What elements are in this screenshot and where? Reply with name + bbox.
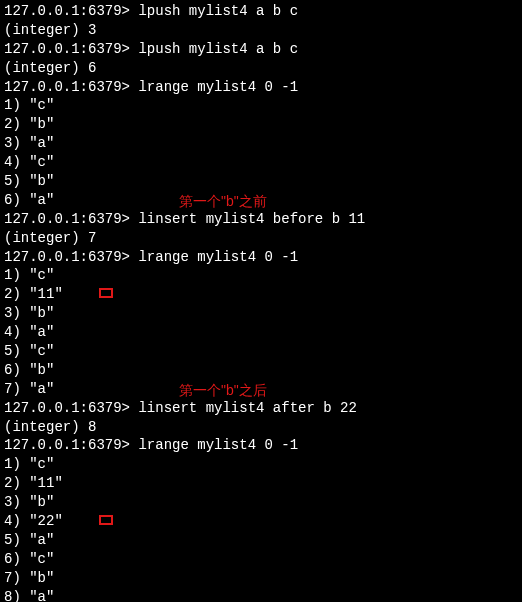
list-value: "b"	[29, 116, 54, 132]
list-item: 2) "11"	[4, 474, 518, 493]
list-item: 2) "11"	[4, 285, 518, 304]
command-response: (integer) 8	[4, 419, 96, 435]
list-index: 3)	[4, 135, 29, 151]
list-index: 2)	[4, 116, 29, 132]
list-value: "11"	[29, 475, 63, 491]
list-value: "11"	[29, 286, 63, 302]
list-index: 4)	[4, 154, 29, 170]
list-index: 1)	[4, 267, 29, 283]
list-index: 1)	[4, 97, 29, 113]
list-item: 3) "b"	[4, 493, 518, 512]
annotation-label: 第一个"b"之后	[179, 381, 267, 400]
shell-command[interactable]: linsert mylist4 after b 22	[138, 400, 356, 416]
list-index: 2)	[4, 475, 29, 491]
list-value: "a"	[29, 135, 54, 151]
shell-command[interactable]: linsert mylist4 before b 11	[138, 211, 365, 227]
list-value: "a"	[29, 589, 54, 602]
list-index: 7)	[4, 570, 29, 586]
list-value: "b"	[29, 494, 54, 510]
shell-prompt: 127.0.0.1:6379>	[4, 79, 138, 95]
list-value: "b"	[29, 362, 54, 378]
list-item: 4) "22"	[4, 512, 518, 531]
list-value: "b"	[29, 570, 54, 586]
list-value: "b"	[29, 173, 54, 189]
list-index: 4)	[4, 513, 29, 529]
list-index: 6)	[4, 362, 29, 378]
list-index: 2)	[4, 286, 29, 302]
list-value: "c"	[29, 551, 54, 567]
shell-prompt: 127.0.0.1:6379>	[4, 437, 138, 453]
list-value: "a"	[29, 324, 54, 340]
shell-command[interactable]: lrange mylist4 0 -1	[138, 79, 298, 95]
shell-prompt: 127.0.0.1:6379>	[4, 3, 138, 19]
list-index: 6)	[4, 551, 29, 567]
list-value: "c"	[29, 154, 54, 170]
list-value: "c"	[29, 267, 54, 283]
list-index: 5)	[4, 343, 29, 359]
list-value: "b"	[29, 305, 54, 321]
shell-command[interactable]: lrange mylist4 0 -1	[138, 249, 298, 265]
list-index: 7)	[4, 381, 29, 397]
list-item: 2) "b"	[4, 115, 518, 134]
list-value: "a"	[29, 381, 54, 397]
command-response: (integer) 3	[4, 22, 96, 38]
list-index: 6)	[4, 192, 29, 208]
list-index: 5)	[4, 173, 29, 189]
list-index: 1)	[4, 456, 29, 472]
list-item: 1) "c"	[4, 96, 518, 115]
list-item: 7) "b"	[4, 569, 518, 588]
list-value: "c"	[29, 343, 54, 359]
shell-prompt: 127.0.0.1:6379>	[4, 211, 138, 227]
list-index: 5)	[4, 532, 29, 548]
list-item: 8) "a"	[4, 588, 518, 602]
list-value: "a"	[29, 192, 54, 208]
highlight-marker-icon	[99, 515, 113, 525]
command-response: (integer) 6	[4, 60, 96, 76]
list-index: 8)	[4, 589, 29, 602]
list-item: 5) "c"	[4, 342, 518, 361]
highlight-marker-icon	[99, 288, 113, 298]
list-item: 3) "b"	[4, 304, 518, 323]
terminal-output: 127.0.0.1:6379> lpush mylist4 a b c(inte…	[4, 2, 518, 602]
list-item: 6) "c"	[4, 550, 518, 569]
command-response: (integer) 7	[4, 230, 96, 246]
list-item: 4) "c"	[4, 153, 518, 172]
list-item: 6) "b"	[4, 361, 518, 380]
shell-command[interactable]: lrange mylist4 0 -1	[138, 437, 298, 453]
list-value: "c"	[29, 97, 54, 113]
list-index: 4)	[4, 324, 29, 340]
shell-prompt: 127.0.0.1:6379>	[4, 249, 138, 265]
shell-command[interactable]: lpush mylist4 a b c	[138, 41, 298, 57]
list-item: 1) "c"	[4, 266, 518, 285]
shell-prompt: 127.0.0.1:6379>	[4, 400, 138, 416]
list-value: "22"	[29, 513, 63, 529]
list-item: 1) "c"	[4, 455, 518, 474]
list-item: 4) "a"	[4, 323, 518, 342]
list-item: 5) "b"	[4, 172, 518, 191]
shell-command[interactable]: lpush mylist4 a b c	[138, 3, 298, 19]
list-value: "a"	[29, 532, 54, 548]
list-item: 3) "a"	[4, 134, 518, 153]
annotation-label: 第一个"b"之前	[179, 192, 267, 211]
list-index: 3)	[4, 494, 29, 510]
list-item: 5) "a"	[4, 531, 518, 550]
list-value: "c"	[29, 456, 54, 472]
list-index: 3)	[4, 305, 29, 321]
shell-prompt: 127.0.0.1:6379>	[4, 41, 138, 57]
